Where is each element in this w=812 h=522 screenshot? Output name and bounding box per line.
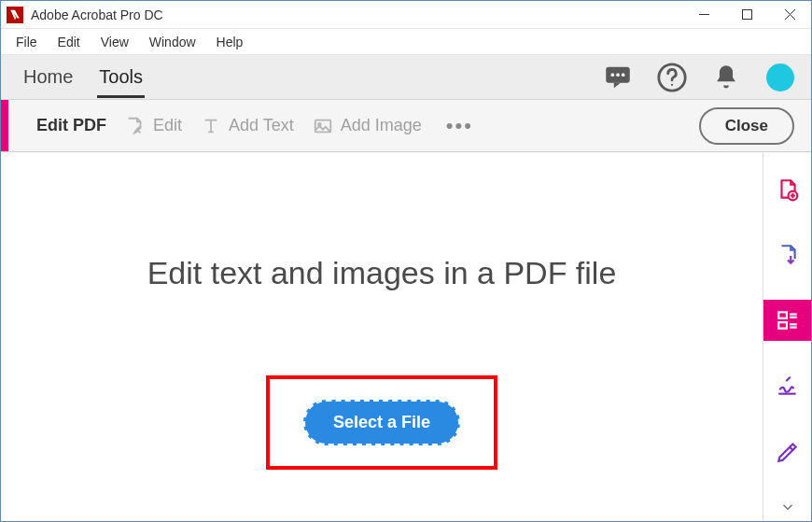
- rail-expand-chevron-icon[interactable]: [763, 498, 812, 516]
- tab-home[interactable]: Home: [21, 57, 75, 97]
- svg-point-9: [671, 83, 673, 85]
- help-icon[interactable]: [656, 62, 688, 93]
- select-file-button[interactable]: Select a File: [303, 400, 460, 445]
- edit-pdf-toolbar: Edit PDF Edit Add Text Add Image ••• Clo…: [1, 100, 811, 152]
- minimize-button[interactable]: [682, 1, 725, 29]
- window-title: Adobe Acrobat Pro DC: [31, 7, 163, 22]
- close-button[interactable]: Close: [699, 107, 794, 145]
- menu-help[interactable]: Help: [207, 31, 253, 53]
- toolbar-accent: [1, 100, 8, 151]
- add-text-label: Add Text: [229, 116, 294, 135]
- close-window-button[interactable]: [768, 1, 811, 29]
- menubar: File Edit View Window Help: [1, 29, 811, 55]
- add-image-label: Add Image: [341, 116, 422, 135]
- rail-export-pdf[interactable]: [763, 234, 812, 275]
- tab-tools[interactable]: Tools: [97, 57, 145, 97]
- svg-rect-13: [778, 312, 787, 318]
- edit-button[interactable]: Edit: [125, 116, 182, 136]
- more-actions-button[interactable]: •••: [441, 114, 479, 138]
- app-icon: [7, 7, 23, 23]
- add-text-button[interactable]: Add Text: [201, 116, 294, 136]
- svg-rect-1: [742, 10, 751, 20]
- rail-edit[interactable]: [763, 430, 812, 472]
- svg-point-5: [610, 73, 614, 77]
- content: Edit text and images in a PDF file Selec…: [1, 152, 763, 521]
- notifications-icon[interactable]: [710, 62, 742, 93]
- top-nav: Home Tools: [1, 55, 811, 100]
- add-image-button[interactable]: Add Image: [313, 116, 422, 136]
- headline: Edit text and images in a PDF file: [147, 255, 617, 291]
- edit-label: Edit: [153, 116, 182, 135]
- rail-organize-pages[interactable]: [763, 300, 812, 341]
- rail-create-pdf[interactable]: [763, 169, 812, 210]
- menu-view[interactable]: View: [91, 31, 138, 53]
- rail-sign[interactable]: [763, 365, 812, 406]
- menu-window[interactable]: Window: [140, 31, 205, 53]
- menu-file[interactable]: File: [7, 31, 47, 53]
- account-avatar[interactable]: [764, 62, 796, 93]
- svg-point-6: [616, 73, 620, 77]
- toolbar-title: Edit PDF: [36, 116, 106, 135]
- select-file-highlight: Select a File: [266, 375, 497, 470]
- menu-edit[interactable]: Edit: [49, 31, 90, 53]
- maximize-button[interactable]: [725, 1, 768, 29]
- svg-rect-14: [778, 322, 787, 329]
- avatar-icon: [766, 63, 794, 92]
- svg-point-7: [622, 73, 625, 77]
- right-rail: [763, 152, 811, 521]
- titlebar: Adobe Acrobat Pro DC: [1, 1, 811, 29]
- main-area: Edit text and images in a PDF file Selec…: [1, 152, 811, 521]
- chat-icon[interactable]: [602, 62, 634, 93]
